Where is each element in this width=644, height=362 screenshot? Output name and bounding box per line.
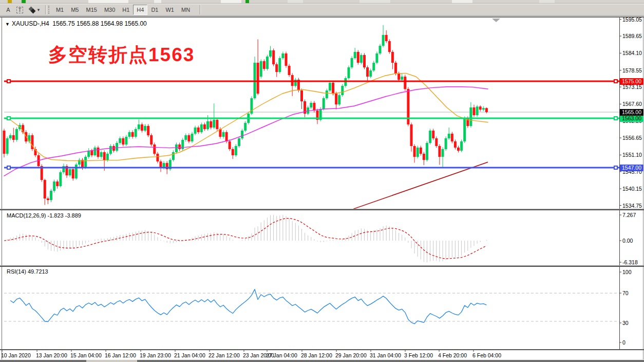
price-axis-label: 1573.15 [622,84,642,90]
ohlc-values: 1565.75 1565.88 1564.98 1565.00 [52,20,147,27]
time-axis-label: 16 Jan 12:00 [105,352,136,358]
time-axis-border [0,349,644,350]
hline-anchor[interactable] [7,166,10,169]
macd-label: MACD(12,26,9) -1.823 -3.889 [7,212,81,219]
mt4-chart-window: A T ▼ M1M5M15M30H1H4D1W1MN ▼XAUUSD-,H4 1… [0,0,644,362]
price-axis-label: 1534.75 [622,203,642,209]
price-axis-label: 1551.10 [622,152,642,158]
hline-anchor[interactable] [7,80,10,83]
macd-axis-label: 7.267 [622,212,636,218]
rsi-axis-label: 100 [622,269,632,275]
price-axis-label: 1556.65 [622,135,642,141]
time-axis-label: 21 Jan 04:00 [174,352,205,358]
hline-price-badge: 1547.00 [620,165,643,171]
price-axis-label: 1595.05 [622,16,642,23]
time-axis-label: 22 Jan 12:00 [209,352,240,358]
time-axis-label: 27 Jan 04:00 [266,352,297,358]
time-axis-label: 29 Jan 20:00 [335,352,367,358]
hline-price-badge: 1575.00 [620,78,643,85]
hline-anchor[interactable] [7,117,10,120]
price-axis-label: 1589.65 [622,33,642,39]
time-axis-label: 28 Jan 12:00 [301,352,332,358]
time-axis-label: 3 Feb 12:00 [404,352,433,358]
time-axis-label: 31 Jan 04:00 [370,352,401,358]
trendline[interactable] [353,162,488,209]
time-axis-label: 4 Feb 20:00 [438,352,467,358]
ma-slow-line [4,87,488,176]
chart-title: ▼XAUUSD-,H4 1565.75 1565.88 1564.98 1565… [5,20,147,27]
time-axis-label: 13 Jan 20:00 [36,352,67,358]
time-axis-label: 10 Jan 2020 [1,352,31,358]
panel-divider[interactable] [0,209,644,210]
time-axis-label: 19 Jan 23:00 [140,352,171,358]
rsi-axis-label: 30 [622,320,629,326]
triangle-down-icon: ▼ [5,22,10,27]
macd-axis-label: -6.318 [622,259,638,265]
hline-anchor[interactable] [614,117,617,120]
chart-shift-marker-icon [492,19,500,22]
panel-divider[interactable] [0,266,644,267]
rsi-line [10,289,486,324]
rsi-axis-label: 0 [622,339,626,346]
time-axis-label: 15 Jan 04:00 [70,352,102,358]
macd-axis-label: 0.00 [622,238,633,244]
symbol-label: XAUUSD-,H4 [12,20,49,27]
price-axis-label: 1540.15 [622,186,642,192]
chart-annotation-text[interactable]: 多空转折点1563 [48,42,195,68]
hline-anchor[interactable] [614,166,617,169]
hline-price-badge: 1563.00 [620,115,643,122]
rsi-value: 49.7213 [28,268,48,275]
price-axis-label: 1567.60 [622,101,642,107]
time-axis-label: 6 Feb 04:00 [472,352,501,358]
price-axis-label: 1578.55 [622,67,642,74]
bottom-scrollbar[interactable] [0,360,644,362]
macd-values: -1.823 -3.889 [47,212,81,219]
current-price-badge: 1565.00 [620,109,643,116]
rsi-axis-label: 70 [622,290,629,296]
hline-anchor[interactable] [614,80,617,83]
scrollbar-thumb[interactable] [86,360,137,362]
price-axis-label: 1584.10 [622,50,642,56]
rsi-label: RSI(14) 49.7213 [7,268,48,275]
